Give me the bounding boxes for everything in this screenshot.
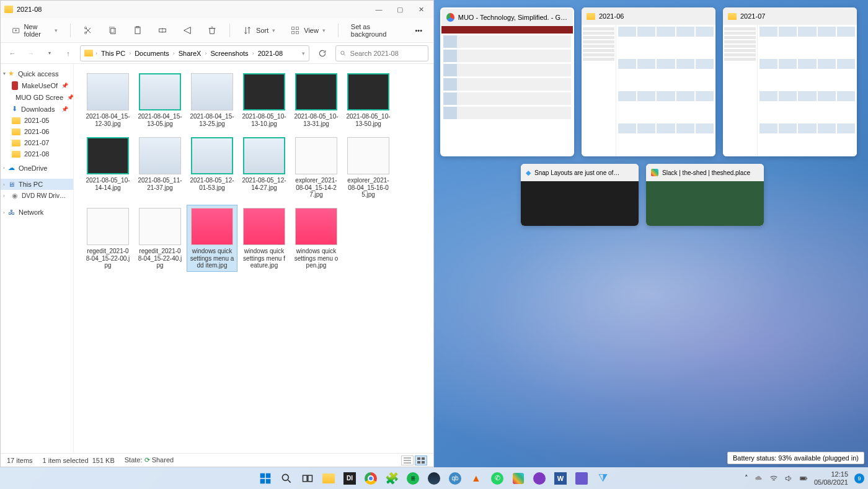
file-item[interactable]: windows quick settings menu feature.jpg xyxy=(239,205,290,272)
sidebar-label: MUO GD Scree xyxy=(16,94,63,101)
search-input[interactable] xyxy=(350,50,424,57)
sidebar-pinned-item[interactable]: ⬇Downloads📌 xyxy=(1,103,73,115)
delete-button[interactable] xyxy=(202,22,222,38)
chevron-down-icon[interactable]: ▾ xyxy=(302,50,305,56)
sidebar-dvd[interactable]: ›◉DVD RW Drive (D:) A xyxy=(1,190,73,202)
taskbar-whatsapp-button[interactable]: ✆ xyxy=(489,470,505,487)
snap-window[interactable]: 2021-06 xyxy=(582,7,715,156)
new-folder-label: New folder xyxy=(24,23,51,38)
taskbar-start-button[interactable] xyxy=(257,470,273,487)
sidebar-this-pc[interactable]: ›🖥This PC xyxy=(1,179,73,190)
sidebar-pinned-item[interactable]: 2021-07 xyxy=(1,137,73,148)
file-item[interactable]: windows quick settings menu add item.jpg xyxy=(187,205,237,272)
file-item[interactable]: 2021-08-05_10-13-31.jpg xyxy=(291,70,342,130)
notification-badge[interactable]: 9 xyxy=(854,473,864,483)
file-item[interactable]: windows quick settings menu open.jpg xyxy=(291,205,342,272)
titlebar[interactable]: 2021-08 — ▢ ✕ xyxy=(1,1,433,18)
thumbnails-view-button[interactable] xyxy=(415,455,427,465)
breadcrumb-item[interactable]: This PC xyxy=(100,48,126,58)
sort-button[interactable]: Sort ▾ xyxy=(237,22,280,38)
taskbar-taskview-button[interactable] xyxy=(299,470,316,487)
up-button[interactable]: ↑ xyxy=(61,47,75,60)
taskbar-vlc-button[interactable]: ▲ xyxy=(468,470,484,487)
file-item[interactable]: 2021-08-05_12-01-53.jpg xyxy=(187,134,237,201)
close-button[interactable]: ✕ xyxy=(412,2,430,16)
chevron-down-icon: ▾ xyxy=(272,27,275,34)
wifi-icon[interactable] xyxy=(769,474,778,483)
tray-chevron-icon[interactable]: ˄ xyxy=(745,474,748,482)
breadcrumb-item[interactable]: 2021-08 xyxy=(257,48,284,58)
snap-window[interactable]: MUO - Technology, Simplified. - Goog… xyxy=(440,7,574,156)
file-item[interactable]: 2021-08-04_15-12-30.jpg xyxy=(82,70,133,130)
taskbar-puzzle-button[interactable]: 🧩 xyxy=(384,470,400,487)
paste-button[interactable] xyxy=(128,22,148,38)
share-button[interactable] xyxy=(177,22,197,38)
snap-window[interactable]: 2021-07 xyxy=(723,7,857,156)
battery-icon[interactable] xyxy=(799,474,808,483)
file-item[interactable]: 2021-08-05_10-14-14.jpg xyxy=(82,134,133,201)
taskbar-word-button[interactable]: W xyxy=(552,470,569,487)
search-box[interactable] xyxy=(335,45,428,61)
taskbar-app-x-button[interactable] xyxy=(574,470,590,487)
new-folder-button[interactable]: New folder ▾ xyxy=(7,20,63,41)
taskbar-chrome-button[interactable] xyxy=(363,470,379,487)
file-thumbnail xyxy=(191,208,233,245)
separator xyxy=(70,24,71,37)
cut-button[interactable] xyxy=(78,22,98,38)
taskbar-slack-button[interactable] xyxy=(510,470,526,487)
file-item[interactable]: 2021-08-04_15-13-05.jpg xyxy=(135,70,185,130)
taskbar-spotify-button[interactable]: ≡ xyxy=(405,470,421,487)
taskbar-qbit-button[interactable]: qb xyxy=(447,470,463,487)
forward-button[interactable]: → xyxy=(24,47,38,60)
taskbar-search-button[interactable] xyxy=(278,470,294,487)
sidebar-pinned-item[interactable]: 2021-08 xyxy=(1,148,73,159)
sidebar-pinned-item[interactable]: MUO GD Scree📌 xyxy=(1,92,73,103)
file-item[interactable]: 2021-08-05_10-13-50.jpg xyxy=(343,70,394,130)
set-background-button[interactable]: Set as background xyxy=(346,20,405,41)
details-view-button[interactable] xyxy=(401,455,414,465)
rename-button[interactable] xyxy=(153,22,172,38)
taskbar-apps: DI🧩≡qb▲✆W⧩ xyxy=(257,470,611,487)
sidebar-network[interactable]: ›🖧Network xyxy=(1,207,73,218)
refresh-button[interactable] xyxy=(314,45,330,61)
sidebar-pinned-item[interactable]: MakeUseOf📌 xyxy=(1,79,73,92)
taskbar-clock[interactable]: 12:15 05/08/2021 xyxy=(814,470,848,485)
file-item[interactable]: explorer_2021-08-04_15-14-27.jpg xyxy=(291,134,342,201)
folder-icon xyxy=(587,13,595,20)
breadcrumb-item[interactable]: Documents xyxy=(133,48,170,58)
file-item[interactable]: explorer_2021-08-04_15-16-05.jpg xyxy=(343,134,394,201)
sidebar-pinned-item[interactable]: 2021-05 xyxy=(1,115,73,126)
file-item[interactable]: regedit_2021-08-04_15-22-40.jpg xyxy=(135,205,185,272)
minimize-button[interactable]: — xyxy=(370,2,388,16)
volume-icon[interactable] xyxy=(784,474,793,483)
maximize-button[interactable]: ▢ xyxy=(391,2,409,16)
file-name: regedit_2021-08-04_15-22-40.jpg xyxy=(138,248,182,269)
file-item[interactable]: 2021-08-05_11-21-37.jpg xyxy=(135,134,185,201)
taskbar-explorer-button[interactable] xyxy=(321,470,337,487)
file-item[interactable]: 2021-08-05_12-14-27.jpg xyxy=(239,134,290,201)
address-bar[interactable]: › This PC› Documents› ShareX› Screenshot… xyxy=(80,45,309,61)
file-item[interactable]: 2021-08-05_10-13-10.jpg xyxy=(239,70,290,130)
snap-window[interactable]: Slack | the-shed | theshed.place xyxy=(646,164,764,226)
onedrive-tray-icon[interactable] xyxy=(755,474,763,483)
disc-icon: ◉ xyxy=(12,192,18,200)
file-item[interactable]: 2021-08-04_15-13-25.jpg xyxy=(187,70,237,130)
sidebar-pinned-item[interactable]: 2021-06 xyxy=(1,126,73,137)
copy-button[interactable] xyxy=(103,22,123,38)
back-button[interactable]: ← xyxy=(6,47,19,60)
breadcrumb-item[interactable]: ShareX xyxy=(177,48,203,58)
taskbar-app-d-button[interactable]: DI xyxy=(342,470,358,487)
snap-window[interactable]: ◆Snap Layouts are just one of… xyxy=(521,164,639,226)
file-name: windows quick settings menu feature.jpg xyxy=(242,248,286,269)
sidebar-onedrive[interactable]: ›☁OneDrive xyxy=(1,162,73,174)
recent-button[interactable]: ▾ xyxy=(43,47,56,60)
breadcrumb-item[interactable]: Screenshots xyxy=(209,48,249,58)
taskbar-steam-button[interactable] xyxy=(426,470,442,487)
sidebar-quick-access[interactable]: ▾★Quick access xyxy=(1,68,73,79)
taskbar-vscode-button[interactable]: ⧩ xyxy=(595,470,611,487)
file-item[interactable]: regedit_2021-08-04_15-22-00.jpg xyxy=(82,205,133,272)
more-button[interactable]: ••• xyxy=(410,24,427,37)
taskbar-opera-button[interactable] xyxy=(531,470,547,487)
sidebar-label: OneDrive xyxy=(19,164,47,172)
view-button[interactable]: View ▾ xyxy=(285,22,330,38)
